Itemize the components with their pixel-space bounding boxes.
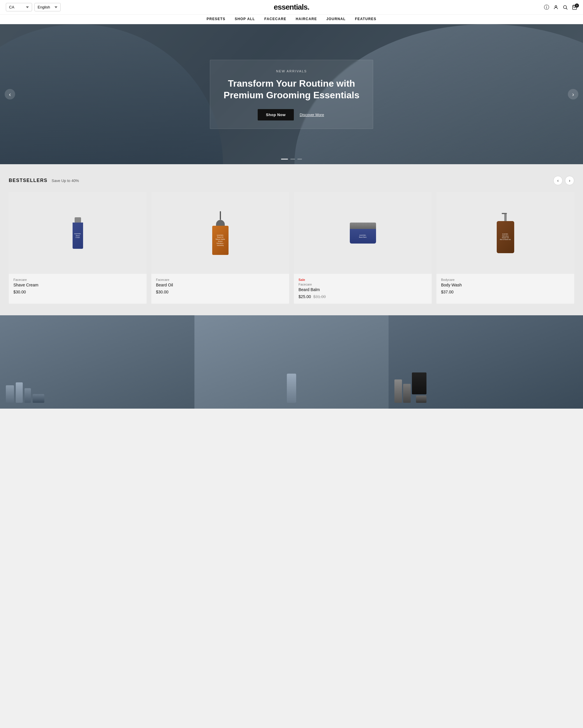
panel-hair-shampoo (394, 380, 402, 403)
product-card-beard-balm[interactable]: essentials.Beard Balm Sale Facecare Bear… (294, 192, 432, 304)
product-image-shave-cream: essentials.ShaveCream (9, 192, 147, 274)
chevron-left-icon: ‹ (9, 91, 11, 98)
pump-stem (504, 214, 507, 221)
cart-icon-button[interactable]: 0 (572, 5, 577, 10)
sale-badge: Sale (299, 278, 427, 282)
nav-shop-all[interactable]: SHOP ALL (235, 17, 255, 21)
main-navigation: PRESETS SHOP ALL FACECARE HAIRCARE JOURN… (0, 14, 583, 24)
product-info-body-wash: Bodycare Body Wash $37.00 (436, 274, 574, 299)
header-selects: CA US UK AU English French Spanish (6, 3, 61, 11)
site-logo[interactable]: essentials. (274, 3, 309, 12)
product-price: $30.00 (13, 290, 142, 294)
nav-presets[interactable]: PRESETS (207, 17, 225, 21)
bestsellers-next-button[interactable]: › (565, 176, 574, 185)
panel-hair-box (412, 372, 426, 394)
country-select[interactable]: CA US UK AU (6, 3, 32, 11)
hero-title: Transform Your Routine with Premium Groo… (222, 78, 361, 101)
product-info-shave-cream: Facecare Shave Cream $30.00 (9, 274, 147, 299)
product-visual-pump: essentials.RefreshingShower GelRich & Vi… (442, 198, 568, 268)
svg-point-0 (555, 5, 557, 7)
product-category: Facecare (156, 278, 284, 282)
language-select[interactable]: English French Spanish (34, 3, 61, 11)
product-image-beard-balm: essentials.Beard Balm (294, 192, 432, 274)
nav-facecare[interactable]: FACECARE (265, 17, 286, 21)
nav-haircare[interactable]: HAIRCARE (296, 17, 317, 21)
product-name: Beard Oil (156, 283, 284, 287)
nav-features[interactable]: FEATURES (355, 17, 376, 21)
hero-next-button[interactable]: › (568, 89, 578, 100)
price-group: $25.00 $31.00 (299, 294, 427, 299)
hero-dot-1[interactable] (281, 159, 288, 159)
hero-section: ‹ New Arrivals Transform Your Routine wi… (0, 24, 583, 164)
panel-body-cream-tube (287, 374, 296, 403)
hero-dots (281, 159, 302, 159)
product-category: Facecare (299, 283, 427, 286)
hero-card: New Arrivals Transform Your Routine with… (210, 60, 373, 129)
nav-journal[interactable]: JOURNAL (326, 17, 345, 21)
jar-body: essentials.Beard Balm (350, 229, 376, 243)
haircare-products-visual (394, 372, 426, 403)
product-info-beard-balm: Sale Facecare Beard Balm $25.00 $31.00 (294, 274, 432, 304)
bestsellers-header: BESTSELLERS Save Up to 40% ‹ › (9, 176, 574, 185)
jar-lid (350, 223, 376, 229)
shop-now-button[interactable]: Shop Now (258, 109, 294, 121)
featured-panel-facecare[interactable] (0, 315, 194, 409)
tube-cap (75, 217, 81, 223)
featured-panel-haircare[interactable] (389, 315, 583, 409)
bodycare-products-visual (200, 374, 383, 403)
tube-body: essentials.ShaveCream (73, 223, 83, 249)
product-visual-tube: essentials.ShaveCream (15, 198, 141, 268)
bestsellers-title-group: BESTSELLERS Save Up to 40% (9, 178, 79, 183)
panel-face-wash-bottle (6, 385, 14, 403)
price-original: $31.00 (313, 294, 326, 299)
product-card-beard-oil[interactable]: essentials.Beard OilNatural Jojoba Extra… (151, 192, 289, 304)
product-card-body-wash[interactable]: essentials.RefreshingShower GelRich & Vi… (436, 192, 574, 304)
product-card-shave-cream[interactable]: essentials.ShaveCream Facecare Shave Cre… (9, 192, 147, 304)
product-name: Body Wash (441, 283, 570, 287)
product-visual-jar: essentials.Beard Balm (300, 198, 426, 268)
hero-dot-2[interactable] (290, 159, 295, 159)
pump-head (502, 213, 509, 221)
header-top: CA US UK AU English French Spanish essen… (0, 0, 583, 14)
dropper-body: essentials.Beard OilNatural Jojoba Extra… (212, 226, 228, 255)
panel-face-cream-tube (16, 382, 23, 403)
product-category: Facecare (13, 278, 142, 282)
product-name: Beard Balm (299, 287, 427, 292)
hero-dot-3[interactable] (297, 159, 302, 159)
product-name: Shave Cream (13, 283, 142, 287)
product-image-beard-oil: essentials.Beard OilNatural Jojoba Extra… (151, 192, 289, 274)
discover-more-button[interactable]: Discover More (299, 109, 325, 121)
dropper-top (216, 220, 225, 226)
product-price: $30.00 (156, 290, 284, 294)
cart-badge: 0 (575, 3, 579, 7)
panel-hair-paste (416, 395, 426, 403)
product-info-beard-oil: Facecare Beard Oil $30.00 (151, 274, 289, 299)
panel-hair-mask (403, 384, 411, 403)
info-icon-button[interactable]: ⓘ (544, 4, 549, 11)
panel-beard-balm-jar (33, 394, 44, 403)
svg-point-1 (563, 5, 567, 9)
header: CA US UK AU English French Spanish essen… (0, 0, 583, 24)
product-category: Bodycare (441, 278, 570, 282)
hero-prev-button[interactable]: ‹ (5, 89, 15, 100)
bestsellers-prev-button[interactable]: ‹ (553, 176, 563, 185)
bestsellers-title: BESTSELLERS (9, 178, 48, 183)
search-icon-button[interactable] (563, 5, 568, 10)
dropper-tip (220, 211, 221, 220)
hero-tag: New Arrivals (222, 70, 361, 73)
featured-section (0, 315, 583, 409)
product-visual-dropper: essentials.Beard OilNatural Jojoba Extra… (157, 198, 283, 268)
featured-panel-bodycare[interactable] (194, 315, 389, 409)
header-icons: ⓘ 0 (544, 4, 577, 11)
svg-line-2 (566, 8, 567, 9)
price-sale: $25.00 (299, 294, 311, 299)
hero-content: New Arrivals Transform Your Routine with… (204, 60, 379, 129)
account-icon-button[interactable] (553, 5, 558, 10)
facecare-products-visual (6, 382, 44, 403)
hero-buttons: Shop Now Discover More (222, 109, 361, 121)
chevron-right-icon: › (572, 91, 574, 98)
pump-body: essentials.RefreshingShower GelRich & Vi… (497, 221, 514, 253)
bestsellers-subtitle: Save Up to 40% (52, 179, 79, 183)
bestsellers-section: BESTSELLERS Save Up to 40% ‹ › essential… (0, 164, 583, 315)
products-grid: essentials.ShaveCream Facecare Shave Cre… (9, 192, 574, 304)
